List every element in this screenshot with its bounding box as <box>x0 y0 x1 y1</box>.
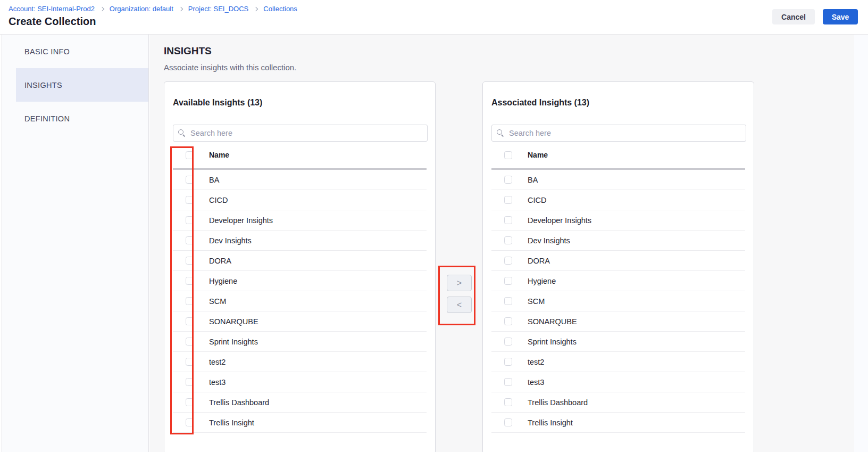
breadcrumb-collections-link[interactable]: Collections <box>263 5 297 13</box>
row-checkbox[interactable] <box>186 297 194 305</box>
insight-name: Trellis Insight <box>528 418 573 427</box>
row-checkbox[interactable] <box>504 297 512 305</box>
row-checkbox[interactable] <box>186 418 194 426</box>
insight-row[interactable]: SONARQUBE <box>173 311 427 332</box>
row-checkbox[interactable] <box>504 216 512 224</box>
insight-row[interactable]: Trellis Dashboard <box>491 392 745 413</box>
row-checkbox[interactable] <box>504 358 512 366</box>
insight-row[interactable]: Trellis Insight <box>491 413 745 433</box>
row-checkbox[interactable] <box>504 378 512 386</box>
row-checkbox[interactable] <box>186 338 194 346</box>
insights-panel-associated: Associated Insights (13) Name BA CICD De… <box>482 81 754 452</box>
insight-name: Sprint Insights <box>528 338 577 346</box>
create-collection-page: Account: SEI-Internal-Prod2 Organization… <box>0 0 868 452</box>
insight-row[interactable]: BA <box>173 170 427 190</box>
row-checkbox[interactable] <box>504 196 512 204</box>
row-checkbox[interactable] <box>504 338 512 346</box>
row-checkbox[interactable] <box>186 277 194 285</box>
insight-name: Hygiene <box>528 277 556 285</box>
search-input[interactable] <box>491 125 746 142</box>
insight-row[interactable]: Sprint Insights <box>491 332 745 352</box>
transfer-controls: > < <box>440 266 477 325</box>
row-checkbox[interactable] <box>186 317 194 325</box>
topbar: Account: SEI-Internal-Prod2 Organization… <box>0 0 868 35</box>
breadcrumb-project-link[interactable]: Project: SEI_DOCS <box>188 5 248 13</box>
select-all-checkbox[interactable] <box>504 151 512 159</box>
move-right-button[interactable]: > <box>447 275 472 291</box>
insight-row[interactable]: Developer Insights <box>491 210 745 231</box>
insight-row[interactable]: test2 <box>491 352 745 372</box>
table-header-row: Name <box>173 142 427 168</box>
insight-name: DORA <box>528 257 550 265</box>
insight-row[interactable]: Developer Insights <box>173 210 427 231</box>
breadcrumb-organization-link[interactable]: Organization: default <box>110 5 173 13</box>
insight-row[interactable]: SCM <box>491 291 745 311</box>
sidebar-item-basic-info[interactable]: BASIC INFO <box>16 35 148 68</box>
insight-row[interactable]: SCM <box>173 291 427 311</box>
section-heading: INSIGHTS <box>164 45 212 57</box>
insight-row[interactable]: CICD <box>491 190 745 210</box>
insight-name: SCM <box>209 297 226 306</box>
save-button[interactable]: Save <box>823 9 858 24</box>
insight-name: Hygiene <box>209 277 237 285</box>
insight-row[interactable]: Hygiene <box>491 271 745 291</box>
insight-row[interactable]: test3 <box>173 372 427 392</box>
row-checkbox[interactable] <box>504 277 512 285</box>
insight-row[interactable]: Trellis Dashboard <box>173 392 427 413</box>
insight-name: DORA <box>209 257 231 265</box>
insight-row[interactable]: test2 <box>173 352 427 372</box>
insight-name: Dev Insights <box>209 236 252 245</box>
row-checkbox[interactable] <box>186 398 194 406</box>
insight-name: Developer Insights <box>528 216 591 225</box>
select-all-checkbox[interactable] <box>186 151 194 159</box>
insight-row[interactable]: DORA <box>173 251 427 271</box>
sidebar-item-insights[interactable]: INSIGHTS <box>16 68 148 102</box>
row-checkbox[interactable] <box>186 176 194 184</box>
cancel-button[interactable]: Cancel <box>772 9 815 24</box>
row-checkbox[interactable] <box>186 196 194 204</box>
insight-list: BA CICD Developer Insights Dev Insights … <box>491 170 745 433</box>
insight-row[interactable]: SONARQUBE <box>491 311 745 332</box>
row-checkbox[interactable] <box>504 236 512 244</box>
insight-name: SONARQUBE <box>209 317 258 326</box>
row-checkbox[interactable] <box>186 216 194 224</box>
insight-row[interactable]: DORA <box>491 251 745 271</box>
row-checkbox[interactable] <box>186 236 194 244</box>
insight-row[interactable]: Trellis Insight <box>173 413 427 433</box>
insight-name: Trellis Dashboard <box>528 398 588 407</box>
page-right-gutter <box>854 35 868 452</box>
row-checkbox[interactable] <box>504 317 512 325</box>
insight-name: Trellis Insight <box>209 418 254 427</box>
row-checkbox[interactable] <box>504 257 512 265</box>
insight-name: Dev Insights <box>528 236 570 245</box>
insight-row[interactable]: Sprint Insights <box>173 332 427 352</box>
panel-title: Available Insights (13) <box>173 98 262 108</box>
insight-name: SCM <box>528 297 545 306</box>
insight-name: Trellis Dashboard <box>209 398 269 407</box>
row-checkbox[interactable] <box>504 418 512 426</box>
row-checkbox[interactable] <box>186 257 194 265</box>
row-checkbox[interactable] <box>186 358 194 366</box>
insight-row[interactable]: Dev Insights <box>491 231 745 251</box>
panel-search <box>173 125 428 142</box>
insight-name: CICD <box>528 196 546 204</box>
move-left-button[interactable]: < <box>447 297 472 313</box>
insight-row[interactable]: Hygiene <box>173 271 427 291</box>
row-checkbox[interactable] <box>504 398 512 406</box>
insight-row[interactable]: BA <box>491 170 745 190</box>
insight-row[interactable]: CICD <box>173 190 427 210</box>
insight-name: Developer Insights <box>209 216 273 225</box>
panel-search <box>491 125 746 142</box>
row-checkbox[interactable] <box>504 176 512 184</box>
insight-name: BA <box>209 176 219 184</box>
sidebar: BASIC INFO INSIGHTS DEFINITION <box>2 35 149 452</box>
insight-row[interactable]: test3 <box>491 372 745 392</box>
insight-name: test2 <box>209 358 226 366</box>
row-checkbox[interactable] <box>186 378 194 386</box>
main-content: INSIGHTS Associate insights with this co… <box>149 35 868 452</box>
breadcrumb-account-link[interactable]: Account: SEI-Internal-Prod2 <box>9 5 95 13</box>
insight-row[interactable]: Dev Insights <box>173 231 427 251</box>
sidebar-item-definition[interactable]: DEFINITION <box>16 102 148 135</box>
insight-name: BA <box>528 176 538 184</box>
search-input[interactable] <box>173 125 428 142</box>
